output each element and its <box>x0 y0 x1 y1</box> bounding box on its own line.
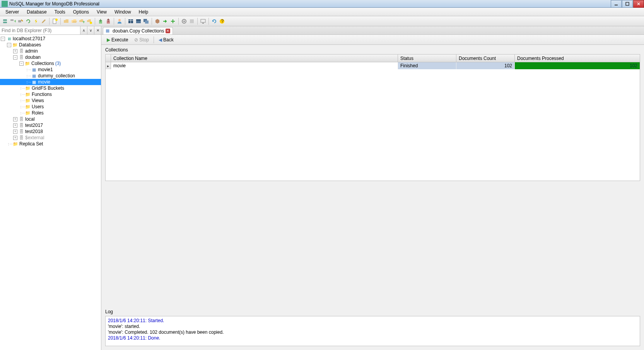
menu-database[interactable]: Database <box>23 8 50 16</box>
search-clear-button[interactable]: ✕ <box>94 26 101 34</box>
tb-user-icon[interactable] <box>116 18 123 25</box>
tb-cube-icon[interactable] <box>154 18 161 25</box>
tb-grid-icon[interactable] <box>127 18 134 25</box>
menu-window[interactable]: Window <box>111 8 135 16</box>
tree-db-douban[interactable]: − 🗄 douban <box>0 54 101 60</box>
cell-name: movie <box>111 62 398 69</box>
tree-functions[interactable]: ⋮⋯ 📁 Functions <box>0 91 101 97</box>
svg-rect-26 <box>190 19 194 23</box>
folder-icon: 📁 <box>12 42 18 48</box>
tb-edit-icon[interactable] <box>40 18 47 25</box>
execute-label: Execute <box>111 37 128 43</box>
col-processed-header[interactable]: Documents Processed <box>515 55 640 62</box>
tab-close-icon[interactable]: ✕ <box>166 29 170 33</box>
grid-header: Collection Name Status Documents Count D… <box>106 55 640 62</box>
tree-leaf-icon: ⋮⋯ <box>26 68 31 72</box>
tb-gear-icon[interactable] <box>181 18 188 25</box>
menu-help[interactable]: Help <box>135 8 152 16</box>
tb-export-icon[interactable] <box>105 18 112 25</box>
tree-users[interactable]: ⋮⋯ 📁 Users <box>0 104 101 110</box>
menu-server[interactable]: Server <box>2 8 23 16</box>
tree-db-local[interactable]: + 🗄 local <box>0 116 101 122</box>
tree-expand-icon[interactable]: + <box>13 136 17 140</box>
close-button[interactable] <box>633 0 644 8</box>
menu-view[interactable]: View <box>93 8 111 16</box>
tab-copy-collections[interactable]: ▦ douban.Copy Collections ✕ <box>103 27 173 34</box>
tb-sep <box>95 18 95 25</box>
tb-folder-open-icon[interactable] <box>70 18 77 25</box>
tb-arrow-icon[interactable] <box>162 18 169 25</box>
tree-collapse-icon[interactable]: − <box>1 37 5 41</box>
database-icon: 🗄 <box>18 123 24 128</box>
tree-gridfs[interactable]: ⋮⋯ 📁 GridFS Buckets <box>0 85 101 91</box>
tree-collections-label: Collections <box>31 61 54 66</box>
tree-collapse-icon[interactable]: − <box>7 43 11 47</box>
tree-expand-icon[interactable]: + <box>13 49 17 53</box>
back-button[interactable]: ◀ Back <box>156 36 176 43</box>
svg-rect-23 <box>145 20 149 24</box>
tree-leaf-icon: ⋮⋯ <box>19 105 25 109</box>
tb-multi-window-icon[interactable] <box>143 18 150 25</box>
svg-point-16 <box>118 19 121 21</box>
tb-server-edit-icon[interactable] <box>17 18 24 25</box>
tb-refresh2-icon[interactable] <box>211 18 218 25</box>
database-icon: 🗄 <box>18 135 24 140</box>
search-prev-button[interactable]: ∧ <box>80 26 87 34</box>
tree-collections[interactable]: − 📁 Collections (3) <box>0 60 101 67</box>
table-row[interactable]: ▸ movie Finished 102 102 <box>106 62 640 69</box>
tb-new-icon[interactable] <box>51 18 58 25</box>
db-tree[interactable]: − 🖥 localhost:27017 − 📁 Databases + 🗄 ad… <box>0 35 101 350</box>
tree-views[interactable]: ⋮⋯ 📁 Views <box>0 97 101 104</box>
tree-expand-icon[interactable]: + <box>13 130 17 134</box>
tree-db-test2018[interactable]: + 🗄 test2018 <box>0 128 101 135</box>
tb-server-add-icon[interactable]: + <box>9 18 16 25</box>
col-status-header[interactable]: Status <box>398 55 456 62</box>
tb-monitor-icon[interactable] <box>200 18 207 25</box>
tab-icon: ▦ <box>106 28 111 34</box>
tb-folder-add-icon[interactable]: + <box>78 18 85 25</box>
svg-rect-5 <box>3 22 7 23</box>
tb-server-icon[interactable] <box>2 18 9 25</box>
tb-lightning-icon[interactable] <box>32 18 39 25</box>
tree-expand-icon[interactable]: + <box>13 117 17 121</box>
tb-folder-new-icon[interactable] <box>86 18 93 25</box>
content-area: ▦ douban.Copy Collections ✕ ▶ Execute ⊘ … <box>101 26 644 350</box>
tree-collapse-icon[interactable]: − <box>13 55 17 60</box>
tree-db-label: local <box>25 116 35 122</box>
tree-server-label: localhost:27017 <box>13 36 45 41</box>
tb-sep <box>114 18 114 25</box>
tree-db-test2017[interactable]: + 🗄 test2017 <box>0 122 101 128</box>
minimize-button[interactable] <box>611 0 622 8</box>
stop-button[interactable]: ⊘ Stop <box>132 36 151 43</box>
menu-options[interactable]: Options <box>69 8 93 16</box>
log-output[interactable]: 2018/1/6 14:20:11: Started. 'movie': sta… <box>105 316 640 346</box>
tb-folder-icon[interactable] <box>63 18 70 25</box>
col-name-header[interactable]: Collection Name <box>111 55 398 62</box>
maximize-button[interactable] <box>622 0 633 8</box>
tree-replica-set[interactable]: ⋮⋯ 📁 Replica Set <box>0 141 101 147</box>
search-next-button[interactable]: ∨ <box>87 26 94 34</box>
tree-collection-movie[interactable]: ⋮⋯ ▦ movie <box>0 79 101 85</box>
tb-window-icon[interactable] <box>135 18 142 25</box>
tree-collapse-icon[interactable]: − <box>19 61 24 66</box>
folder-icon: 📁 <box>25 98 31 103</box>
tree-expand-icon[interactable]: + <box>13 123 17 128</box>
tb-plus-icon[interactable] <box>169 18 176 25</box>
execute-button[interactable]: ▶ Execute <box>104 36 130 43</box>
search-input[interactable] <box>0 26 80 34</box>
menu-tools[interactable]: Tools <box>51 8 69 16</box>
tree-server[interactable]: − 🖥 localhost:27017 <box>0 36 101 42</box>
tb-gray-icon[interactable] <box>188 18 195 25</box>
tb-sep <box>60 18 61 25</box>
tb-refresh-icon[interactable] <box>25 18 32 25</box>
tree-databases[interactable]: − 📁 Databases <box>0 42 101 48</box>
tree-collection-movie1[interactable]: ⋮⋯ ▦ movie1 <box>0 67 101 73</box>
tree-db-admin[interactable]: + 🗄 admin <box>0 48 101 54</box>
col-docs-header[interactable]: Documents Count <box>456 55 515 62</box>
tb-help-icon[interactable]: ? <box>219 18 225 25</box>
tree-collection-dummy[interactable]: ⋮⋯ ▦ dummy_collection <box>0 73 101 79</box>
tb-import-icon[interactable] <box>97 18 104 25</box>
svg-rect-8 <box>18 20 21 22</box>
tree-roles[interactable]: ⋮⋯ 📁 Roles <box>0 110 101 116</box>
tree-db-external[interactable]: + 🗄 $external <box>0 135 101 141</box>
